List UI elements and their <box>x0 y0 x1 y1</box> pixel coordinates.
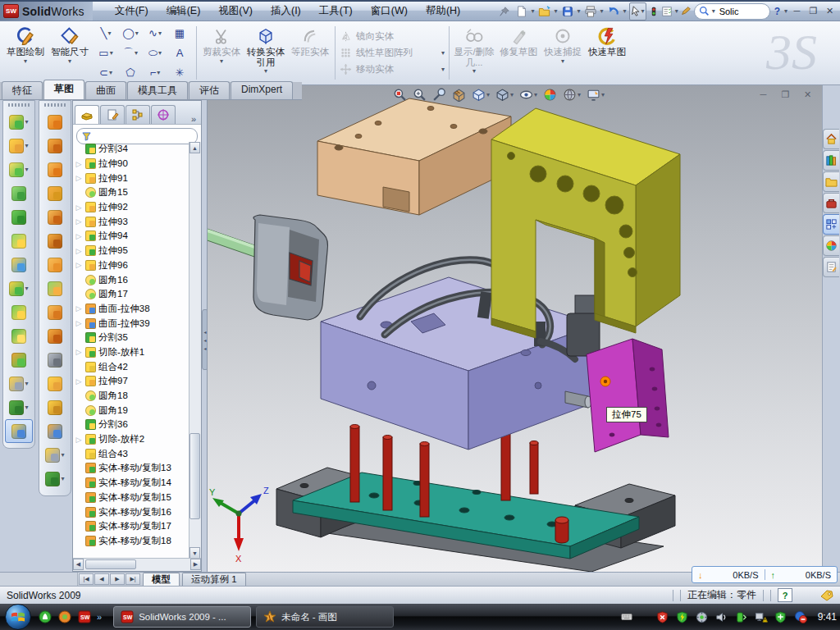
3d-model[interactable] <box>208 85 823 572</box>
update-icon[interactable] <box>695 609 710 624</box>
sketch-tool-sketch-fillet[interactable]: ⌐▾ <box>143 63 167 83</box>
view-settings-button[interactable]: ▾ <box>587 88 605 102</box>
toolbar-button-rapid-sketch[interactable]: 快速草图 <box>585 23 629 83</box>
rib-button[interactable] <box>5 181 33 205</box>
display-style-button[interactable]: ▾ <box>495 88 514 102</box>
sketch-tool-select-region[interactable]: ▦ <box>167 24 192 43</box>
hide-show-items-button[interactable]: ▾ <box>519 88 537 102</box>
expand-arrow-icon[interactable]: ▷ <box>75 377 83 386</box>
nav-next-button[interactable]: ▶ <box>110 573 125 585</box>
toolbar-button-sketch[interactable]: 草图绘制▾ <box>3 23 48 83</box>
resources-home-tab[interactable] <box>823 129 839 149</box>
sketch-tool-polygon[interactable]: ⬠ <box>118 63 143 83</box>
extruded-cut-button[interactable]: ▾ <box>5 134 33 158</box>
messenger-shortcut[interactable] <box>38 609 52 624</box>
elbow-surface-button[interactable] <box>41 324 69 348</box>
expand-arrow-icon[interactable]: ▷ <box>75 217 83 226</box>
expand-arrow-icon[interactable]: ▷ <box>75 304 83 313</box>
configurationmanager-tab[interactable] <box>126 105 150 124</box>
apply-scene-button[interactable]: ▾ <box>563 88 581 102</box>
undo-button[interactable] <box>606 4 621 19</box>
tab-运动算例1[interactable]: 运动算例 1 <box>182 573 246 586</box>
sketch-tool-slot[interactable]: ⊂▾ <box>94 63 118 83</box>
dropdown-caret-icon[interactable]: ▾ <box>24 58 27 65</box>
status-help-button[interactable]: ? <box>778 588 792 602</box>
sketch-tool-rectangle[interactable]: ▭▾ <box>94 43 118 63</box>
tree-item[interactable]: 实体-移动/复制13 <box>75 461 189 476</box>
tree-item[interactable]: 实体-移动/复制17 <box>75 519 189 534</box>
nav-first-button[interactable]: |◀ <box>79 573 94 585</box>
dimxpertmanager-tab[interactable] <box>151 105 176 124</box>
expand-arrow-icon[interactable]: ▷ <box>75 319 83 327</box>
tree-item[interactable]: ▷拉伸91 <box>75 171 189 185</box>
tree-item[interactable]: ▷拉伸96 <box>75 258 189 273</box>
security-alert-icon[interactable] <box>655 609 670 624</box>
tree-item[interactable]: ▷切除-放样2 <box>75 432 189 447</box>
sync-blocked-icon[interactable] <box>793 609 808 624</box>
featuremanager-tree-tab[interactable] <box>75 105 99 124</box>
parting-surface-button[interactable] <box>41 205 69 229</box>
tree-item[interactable]: 圆角15 <box>75 185 189 200</box>
select-dropdown-caret-icon[interactable]: ▾ <box>641 8 645 15</box>
help-button[interactable]: ? <box>773 6 782 17</box>
combine-bodies-button[interactable] <box>5 300 33 324</box>
select-tool-button[interactable]: ▾ <box>629 2 646 21</box>
dropdown-caret-icon[interactable]: ▾ <box>532 8 535 15</box>
parting-line-button[interactable] <box>41 181 69 205</box>
hole-wizard-button[interactable] <box>5 253 33 276</box>
tree-item[interactable]: 实体-移动/复制16 <box>75 504 189 519</box>
expand-arrow-icon[interactable]: ▷ <box>75 261 83 269</box>
solidworks-shortcut[interactable]: SW <box>77 609 92 624</box>
shield-bolt-icon[interactable] <box>675 609 690 624</box>
search-input[interactable] <box>718 6 759 17</box>
curve-button[interactable]: ▾ <box>41 467 69 491</box>
tree-item[interactable]: 组合43 <box>75 446 189 461</box>
tree-item[interactable]: 圆角19 <box>75 403 189 418</box>
nav-previous-button[interactable]: ◀ <box>94 573 109 585</box>
annotation-icon[interactable] <box>681 6 692 16</box>
zoom-magnify-button[interactable] <box>432 88 446 102</box>
menu-item-0[interactable]: 文件(F) <box>106 1 158 21</box>
minimize-button[interactable]: ─ <box>790 5 804 17</box>
keyboard-icon[interactable] <box>619 609 634 624</box>
tab-overflow-button[interactable]: » <box>188 114 199 124</box>
nav-last-button[interactable]: ▶| <box>126 573 140 585</box>
swept-surface-button[interactable] <box>41 110 69 134</box>
draft-analysis-button[interactable] <box>41 419 69 443</box>
scroll-up-button[interactable]: ▲ <box>189 142 200 153</box>
extruded-surface-button[interactable] <box>41 158 69 181</box>
expand-arrow-icon[interactable]: ▷ <box>75 160 83 168</box>
tree-item[interactable]: ▷切除-放样1 <box>75 345 189 360</box>
volume-icon[interactable] <box>714 609 729 624</box>
move-copy-body-button[interactable] <box>5 348 33 372</box>
reference-geometry-button[interactable]: ▾ <box>5 372 33 395</box>
menu-item-4[interactable]: 工具(T) <box>310 1 362 21</box>
doc-minimize-button[interactable]: ─ <box>756 89 770 101</box>
menu-item-5[interactable]: 窗口(W) <box>362 1 417 21</box>
menu-item-3[interactable]: 插入(I) <box>262 1 310 21</box>
tree-item[interactable]: ▷拉伸90 <box>75 157 189 171</box>
file-explorer-tab[interactable] <box>823 171 839 192</box>
graphics-viewport[interactable]: ▾▾▾▾▾ ─ ❐ ✕ 拉伸75 Y Z X <box>207 85 823 572</box>
sketch-tool-line[interactable]: ╲▾ <box>94 24 118 43</box>
draft-button[interactable] <box>5 229 33 253</box>
tree-item[interactable]: 圆角17 <box>75 287 189 302</box>
horizontal-scroll-thumb[interactable] <box>85 559 136 569</box>
tree-item[interactable]: 圆角16 <box>75 272 189 287</box>
section-view-button[interactable] <box>452 88 466 102</box>
vertical-scroll-thumb[interactable] <box>189 433 200 519</box>
tree-item[interactable]: 实体-移动/复制14 <box>75 476 189 491</box>
new-document-button[interactable] <box>514 4 529 19</box>
dropdown-caret-icon[interactable]: ▾ <box>68 58 71 65</box>
expand-arrow-icon[interactable]: ▷ <box>75 436 83 444</box>
tree-item[interactable]: 分割36 <box>75 418 189 432</box>
view-orientation-button[interactable]: ▾ <box>472 88 490 102</box>
dropdown-caret-icon[interactable]: ▾ <box>555 8 558 15</box>
delete-face-button[interactable] <box>41 348 69 372</box>
appearances-tab[interactable] <box>823 235 839 256</box>
sketch-tool-point[interactable]: ✳ <box>167 63 192 83</box>
dropdown-caret-icon[interactable]: ▾ <box>264 68 267 75</box>
linear-pattern-feature-button[interactable]: ▾ <box>5 276 33 300</box>
zoom-fit-button[interactable] <box>393 88 407 102</box>
instant3d-button[interactable] <box>5 419 33 443</box>
